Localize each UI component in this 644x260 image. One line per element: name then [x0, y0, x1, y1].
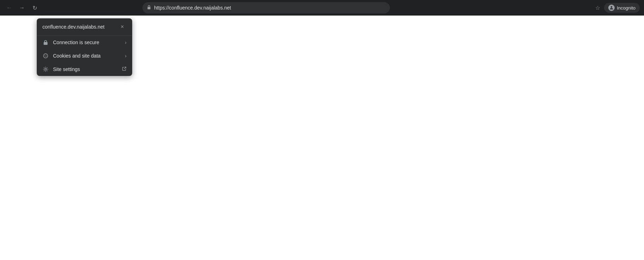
svg-point-6: [45, 56, 46, 57]
svg-point-8: [45, 69, 47, 70]
cookies-label: Cookies and site data: [53, 53, 121, 59]
connection-chevron-icon: ›: [125, 40, 127, 45]
site-info-popup: confluence.dev.naijalabs.net × Connectio…: [37, 18, 132, 76]
chrome-actions: ☆ Incognito: [593, 3, 640, 13]
svg-point-1: [611, 6, 613, 8]
svg-rect-0: [148, 7, 151, 10]
browser-chrome: ← → ↻ https://confluence.dev.naijalabs.n…: [0, 0, 644, 16]
popup-header: confluence.dev.naijalabs.net ×: [37, 18, 132, 36]
svg-point-7: [46, 55, 47, 55]
svg-point-3: [43, 54, 48, 58]
external-link-icon: [122, 66, 127, 72]
cookie-icon: [42, 53, 49, 59]
site-settings-label: Site settings: [53, 66, 118, 72]
url-text: https://confluence.dev.naijalabs.net: [154, 5, 386, 11]
svg-point-5: [46, 56, 47, 57]
popup-close-button[interactable]: ×: [118, 23, 127, 31]
menu-item-cookies[interactable]: Cookies and site data ›: [37, 49, 132, 63]
lock-icon: [42, 39, 49, 46]
menu-item-site-settings[interactable]: Site settings: [37, 63, 132, 76]
gear-icon: [42, 66, 49, 72]
bookmark-button[interactable]: ☆: [593, 3, 603, 13]
page-content: confluence.dev.naijalabs.net × Connectio…: [0, 16, 644, 260]
incognito-button[interactable]: Incognito: [604, 3, 640, 13]
refresh-button[interactable]: ↻: [30, 3, 40, 13]
connection-label: Connection is secure: [53, 40, 121, 45]
svg-point-4: [45, 55, 45, 56]
back-button[interactable]: ←: [4, 3, 14, 13]
popup-domain: confluence.dev.naijalabs.net: [42, 24, 105, 30]
incognito-label: Incognito: [617, 5, 636, 11]
incognito-icon: [608, 5, 615, 11]
secure-icon: [147, 5, 151, 11]
menu-item-connection[interactable]: Connection is secure ›: [37, 36, 132, 49]
address-bar[interactable]: https://confluence.dev.naijalabs.net: [142, 2, 390, 13]
cookies-chevron-icon: ›: [125, 53, 127, 59]
forward-button[interactable]: →: [17, 3, 27, 13]
svg-rect-2: [44, 42, 48, 45]
